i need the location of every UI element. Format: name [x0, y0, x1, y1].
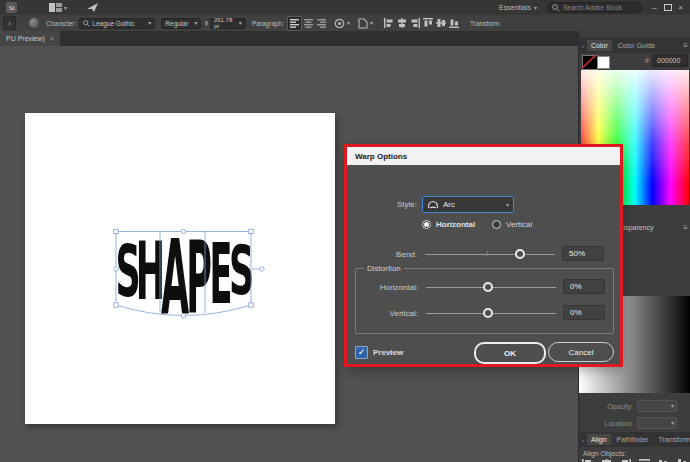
restore-icon	[664, 4, 672, 11]
panel-collapse-icon[interactable]: ›	[582, 437, 584, 443]
hex-value-field[interactable]: 000000	[652, 54, 688, 67]
tab-pathfinder[interactable]: Pathfinder	[613, 434, 653, 445]
warp-seal-icon	[334, 18, 345, 29]
bend-value-field[interactable]: 50%	[562, 246, 604, 261]
align-objects-left-button[interactable]	[382, 17, 395, 30]
bend-slider[interactable]	[425, 247, 555, 261]
distortion-vertical-value: 0%	[570, 308, 582, 317]
tab-color-guide[interactable]: Color Guide	[614, 40, 659, 51]
document-icon	[358, 18, 368, 29]
align-objects-right-button[interactable]	[408, 17, 421, 30]
search-placeholder: Search Adobe Stock	[563, 4, 622, 11]
tab-transform[interactable]: Transform	[655, 434, 690, 445]
distortion-vertical-label: Vertical:	[348, 309, 418, 318]
font-size-stepper[interactable]: ▴ ▾	[205, 20, 208, 26]
stroke-swatch[interactable]	[597, 56, 610, 69]
color-panel-tabs: › Color Color Guide ≡	[579, 38, 690, 53]
share-icon[interactable]	[87, 3, 99, 13]
panel-collapse-button[interactable]: ›	[3, 16, 16, 30]
font-family-select[interactable]: League Gothic ▾	[79, 18, 155, 29]
close-icon[interactable]: ×	[50, 35, 54, 42]
horizontal-radio-group[interactable]: Horizontal Vertical	[422, 220, 532, 229]
radio-vertical[interactable]	[492, 220, 501, 229]
vertical-radio-label: Vertical	[506, 220, 532, 229]
workspace-switcher-icon[interactable]: ▾	[49, 3, 67, 12]
dialog-title-bar[interactable]: Warp Options	[347, 147, 620, 165]
font-style-select[interactable]: Regular ▾	[161, 18, 201, 29]
distortion-title: Distortion	[364, 264, 404, 273]
workspace-label: Essentials	[499, 4, 531, 11]
bend-label: Bend:	[347, 250, 417, 259]
panel-menu-icon[interactable]: ≡	[683, 223, 688, 232]
align-right-button[interactable]	[315, 17, 328, 30]
align-left-button[interactable]	[287, 16, 302, 31]
radio-horizontal[interactable]	[422, 220, 431, 229]
tab-align[interactable]: Align	[587, 434, 611, 445]
align-objects-vcenter-button[interactable]	[434, 17, 447, 30]
bend-value: 50%	[569, 249, 585, 258]
align-objects-bottom-button[interactable]	[447, 17, 460, 30]
warp-options-dialog: Warp Options Style: Arc ▾ Horizontal Ver…	[347, 147, 620, 364]
location-label: Location:	[605, 420, 633, 427]
opacity-select[interactable]: ▾	[637, 400, 677, 412]
warped-letter: S	[229, 231, 254, 310]
minimize-button[interactable]: –	[648, 2, 661, 13]
search-icon	[552, 4, 560, 12]
cancel-button-label: Cancel	[569, 348, 594, 357]
search-input[interactable]: Search Adobe Stock	[547, 2, 642, 13]
chevron-down-icon: ▾	[148, 20, 151, 26]
panel-collapse-icon[interactable]: ›	[582, 43, 584, 49]
align-objects-vcenter-icon	[436, 18, 446, 28]
adobe-stock-icon[interactable]: St	[6, 2, 17, 13]
document-setup-menu[interactable]: ▾	[358, 18, 373, 29]
align-objects-label: Align Objects:	[583, 450, 626, 457]
cancel-button[interactable]: Cancel	[548, 342, 614, 362]
document-tab[interactable]: PU Preview) ×	[0, 31, 60, 46]
style-label: Style:	[347, 200, 417, 209]
character-label: Character:	[46, 20, 76, 27]
chevron-down-icon: ▾	[64, 5, 67, 11]
chevron-down-icon: ▾	[506, 202, 509, 208]
distortion-vertical-slider[interactable]	[426, 306, 556, 320]
chevron-down-icon: ▾	[194, 20, 197, 26]
panel-menu-icon[interactable]: ≡	[683, 41, 688, 50]
font-size-value: 261.78 pt	[214, 17, 239, 29]
ok-button[interactable]: OK	[474, 342, 546, 364]
color-sphere-icon[interactable]	[29, 18, 39, 28]
distortion-horizontal-handle[interactable]	[483, 282, 493, 292]
chevron-down-icon: ▾	[534, 5, 537, 11]
warped-text-artwork[interactable]: S H A P E S	[105, 222, 270, 330]
preview-control[interactable]: ✓ Preview	[355, 346, 403, 359]
location-select[interactable]: ▾	[637, 417, 677, 429]
font-size-select[interactable]: 261.78 pt ▾	[210, 18, 246, 29]
restore-button[interactable]	[661, 2, 674, 13]
distortion-horizontal-field[interactable]: 0%	[563, 279, 605, 294]
envelope-warp-menu[interactable]: ▾	[334, 18, 350, 29]
chevron-down-icon: ▾	[671, 420, 674, 426]
align-objects-hcenter-button[interactable]	[395, 17, 408, 30]
hex-value: 000000	[657, 57, 680, 64]
distortion-horizontal-label: Horizontal:	[348, 283, 418, 292]
opacity-row: Opacity: ▾	[579, 400, 690, 412]
distortion-group: Distortion Horizontal: 0% Vertical: 0%	[355, 268, 614, 334]
align-objects-top-button[interactable]	[421, 17, 434, 30]
style-value: Arc	[443, 200, 455, 209]
workspace-menu[interactable]: Essentials ▾	[499, 4, 537, 11]
control-bar: › Character: League Gothic ▾ Regular ▾ ▴…	[0, 15, 690, 32]
style-select[interactable]: Arc ▾	[422, 196, 514, 213]
chevron-down-icon: ▾	[370, 20, 373, 26]
tab-color[interactable]: Color	[587, 40, 612, 51]
none-slash-icon	[582, 55, 596, 68]
close-button[interactable]: ×	[674, 2, 687, 13]
hex-label: #	[645, 57, 649, 64]
distortion-horizontal-slider[interactable]	[426, 280, 556, 294]
fill-swatch[interactable]	[582, 55, 598, 70]
distortion-vertical-field[interactable]: 0%	[563, 305, 605, 320]
align-center-button[interactable]	[302, 17, 315, 30]
distortion-vertical-handle[interactable]	[483, 308, 493, 318]
app-bar: St ▾ Essentials ▾ Search Adobe Stock – ×	[0, 0, 690, 15]
distortion-horizontal-value: 0%	[570, 282, 582, 291]
bend-slider-handle[interactable]	[515, 249, 525, 259]
preview-checkbox[interactable]: ✓	[355, 346, 368, 359]
align-panel-tabs: › Align Pathfinder Transform ≡	[579, 432, 690, 447]
